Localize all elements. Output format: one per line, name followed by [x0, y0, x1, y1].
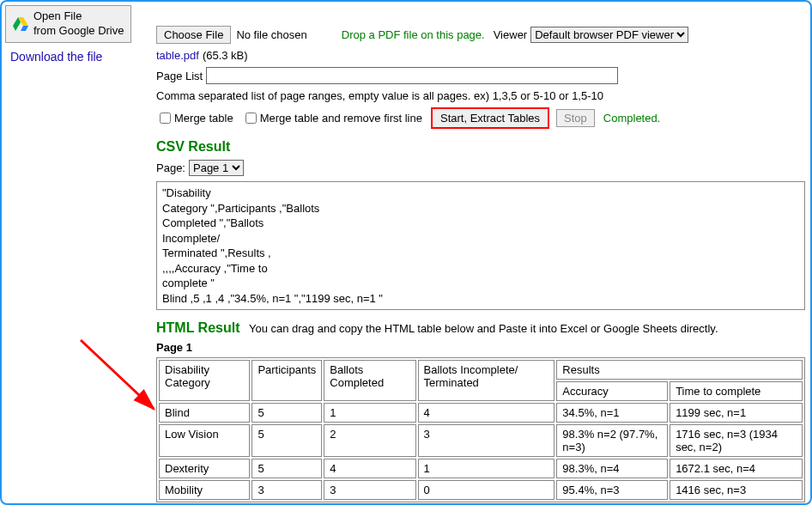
- choose-file-button[interactable]: Choose File: [156, 26, 231, 44]
- html-result-title: HTML Result You can drag and copy the HT…: [156, 320, 805, 336]
- svg-marker-1: [21, 26, 28, 31]
- file-info-row: table.pdf (65.3 kB): [156, 49, 805, 62]
- app-frame: Open File from Google Drive Download the…: [0, 0, 812, 505]
- merge-checkbox[interactable]: [160, 113, 171, 124]
- file-status: No file chosen: [236, 28, 306, 41]
- viewer-select[interactable]: Default browser PDF viewer: [530, 27, 688, 43]
- table-row: Blind 5 1 4 34.5%, n=1 1199 sec, n=1: [159, 403, 803, 423]
- download-link[interactable]: Download the file: [10, 50, 151, 64]
- drop-hint: Drop a PDF file on this page.: [342, 28, 485, 41]
- table-row: Dexterity 5 4 1 98.3%, n=4 1672.1 sec, n…: [159, 459, 803, 478]
- csv-page-select[interactable]: Page 1: [189, 160, 244, 176]
- google-drive-icon: [13, 17, 28, 31]
- file-row: Choose File No file chosen Drop a PDF fi…: [156, 26, 805, 44]
- page-list-label: Page List: [156, 70, 203, 82]
- main-column: Choose File No file chosen Drop a PDF fi…: [156, 5, 805, 500]
- open-from-gdrive-button[interactable]: Open File from Google Drive: [5, 5, 131, 43]
- stop-button[interactable]: Stop: [556, 109, 595, 127]
- html-page-title: Page 1: [156, 341, 805, 354]
- csv-page-row: Page: Page 1: [156, 160, 805, 176]
- page-list-hint-row: Comma separated list of page ranges, emp…: [156, 89, 805, 102]
- file-size: (65.3 kB): [203, 49, 248, 62]
- merge-remove-checkbox[interactable]: [245, 113, 257, 124]
- page-list-input[interactable]: [206, 67, 618, 84]
- col-results: Results: [556, 360, 803, 380]
- left-column: Open File from Google Drive Download the…: [5, 5, 151, 64]
- svg-line-4: [81, 340, 154, 409]
- col-ballots-completed: Ballots Completed: [324, 360, 415, 401]
- col-time: Time to complete: [670, 381, 803, 401]
- start-extract-button[interactable]: Start, Extract Tables: [431, 107, 549, 129]
- file-link[interactable]: table.pdf: [156, 49, 199, 62]
- page-list-row: Page List: [156, 67, 805, 84]
- col-participants: Participants: [251, 360, 322, 401]
- viewer-label: Viewer: [494, 28, 528, 41]
- annotation-arrow-icon: [72, 332, 167, 426]
- table-header-row: Disability Category Participants Ballots…: [159, 360, 803, 380]
- completed-status: Completed.: [603, 112, 660, 125]
- merge-remove-checkbox-label[interactable]: Merge table and remove first line: [242, 110, 422, 126]
- col-disability: Disability Category: [159, 360, 250, 401]
- page-list-hint: Comma separated list of page ranges, emp…: [156, 89, 603, 102]
- open-file-label: Open File from Google Drive: [33, 9, 124, 39]
- html-result-hint: You can drag and copy the HTML table bel…: [249, 322, 718, 335]
- result-table[interactable]: Disability Category Participants Ballots…: [156, 357, 805, 502]
- options-row: Merge table Merge table and remove first…: [156, 107, 805, 129]
- table-row: Mobility 3 3 0 95.4%, n=3 1416 sec, n=3: [159, 480, 803, 500]
- col-ballots-incomplete: Ballots Incomplete/ Terminated: [418, 360, 555, 401]
- table-row: Low Vision 5 2 3 98.3% n=2 (97.7%, n=3) …: [159, 424, 803, 457]
- csv-output[interactable]: "Disability Category ",Participants ,"Ba…: [156, 181, 805, 310]
- csv-page-label: Page:: [156, 161, 185, 174]
- csv-result-title: CSV Result: [156, 139, 805, 155]
- merge-checkbox-label[interactable]: Merge table: [156, 110, 233, 126]
- col-accuracy: Accuracy: [556, 381, 668, 401]
